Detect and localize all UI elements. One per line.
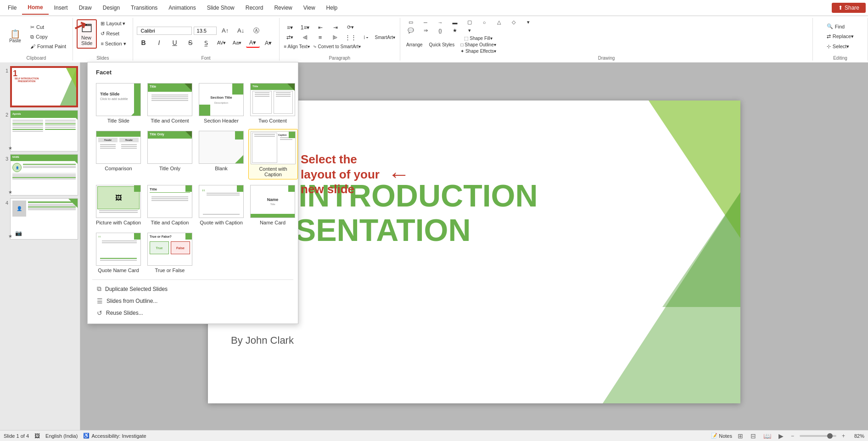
- shape-effects-button[interactable]: ✦ Shape Effects▾: [459, 48, 498, 54]
- slide-2-thumb[interactable]: Agenda: [10, 110, 78, 151]
- layout-quote-name-card[interactable]: " Quote Name Card: [94, 231, 143, 275]
- zoom-slider[interactable]: [800, 435, 836, 437]
- select-shape-button[interactable]: ▭: [404, 19, 418, 26]
- rect-button[interactable]: ▬: [448, 19, 462, 26]
- slide-1-thumb[interactable]: 1 SELF INTRODUCTIONPRESENTATION: [10, 66, 78, 107]
- layout-title-content[interactable]: Title Title and Content: [146, 81, 194, 125]
- layout-two-content[interactable]: Title Two Content: [248, 81, 297, 125]
- layout-content-caption[interactable]: Caption Content with Caption: [248, 129, 298, 179]
- slide-3-thumb[interactable]: NAME 👤: [10, 154, 78, 195]
- tab-design[interactable]: Design: [97, 1, 125, 15]
- tab-home[interactable]: Home: [22, 1, 48, 15]
- triangle-button[interactable]: △: [492, 19, 506, 26]
- slideshow-button[interactable]: ▶: [777, 431, 785, 441]
- paste-button[interactable]: 📋 Paste: [4, 28, 27, 45]
- diamond-button[interactable]: ◇: [507, 19, 521, 26]
- shadow-button[interactable]: S̲: [199, 39, 213, 47]
- notes-button[interactable]: 📝 Notes: [711, 433, 732, 439]
- align-center-button[interactable]: ≡: [314, 33, 327, 42]
- highlight-button[interactable]: A▾: [262, 39, 275, 47]
- smartart-button[interactable]: SmartArt▾: [374, 34, 396, 41]
- tab-review[interactable]: Review: [269, 1, 297, 15]
- tab-animations[interactable]: Animations: [163, 1, 201, 15]
- tab-record[interactable]: Record: [240, 1, 269, 15]
- decrease-indent-button[interactable]: ⇤: [314, 23, 327, 32]
- zoom-in-button[interactable]: +: [840, 432, 847, 440]
- bullets-button[interactable]: ≡▾: [283, 23, 297, 32]
- normal-view-button[interactable]: ⊞: [736, 431, 745, 441]
- section-button[interactable]: ≡ Section ▾: [98, 39, 129, 48]
- change-case-button[interactable]: Aa▾: [230, 39, 244, 47]
- duplicate-slides-item[interactable]: ⧉ Duplicate Selected Slides: [92, 283, 293, 295]
- cut-button[interactable]: ✂ Cut: [28, 23, 69, 32]
- slide-4-thumb[interactable]: 👤 📷: [10, 198, 78, 240]
- strikethrough-button[interactable]: S: [184, 38, 197, 47]
- oval-button[interactable]: ○: [477, 19, 491, 26]
- format-paint-button[interactable]: 🖌 Format Paint: [28, 42, 69, 50]
- bold-button[interactable]: B: [137, 38, 151, 47]
- layout-true-false[interactable]: True or False? True False True or False: [146, 231, 194, 275]
- tab-transitions[interactable]: Transitions: [125, 1, 163, 15]
- reset-button[interactable]: ↺ Reset: [98, 29, 129, 38]
- callout-button[interactable]: 💬: [404, 27, 418, 34]
- zoom-out-button[interactable]: −: [789, 432, 796, 440]
- arrange-button[interactable]: Arrange: [404, 41, 425, 48]
- font-size-decrease-button[interactable]: A↓: [234, 26, 248, 35]
- layout-title-caption[interactable]: Title Title and Caption: [146, 183, 194, 227]
- zoom-handle[interactable]: [827, 433, 833, 439]
- layout-blank[interactable]: Blank: [197, 129, 246, 179]
- increase-indent-button[interactable]: ⇥: [329, 23, 342, 32]
- slide-sorter-button[interactable]: ⊟: [749, 431, 758, 441]
- numbering-button[interactable]: 1≡▾: [298, 23, 312, 32]
- find-button[interactable]: 🔍 Find: [824, 22, 857, 31]
- layout-picture-caption[interactable]: 🖼 Picture with Caption: [94, 183, 143, 227]
- share-button[interactable]: ⬆ Share: [832, 3, 866, 13]
- block-arrow-button[interactable]: ⇒: [419, 27, 432, 34]
- justify-button[interactable]: ⋮⋮: [344, 33, 358, 42]
- layout-comparison[interactable]: Header Header Comparison: [94, 129, 143, 179]
- text-direction-main-button[interactable]: ⇄▾: [283, 33, 297, 41]
- tab-help[interactable]: Help: [321, 1, 343, 15]
- font-size-dropdown[interactable]: 13.5: [194, 27, 217, 35]
- align-right-button[interactable]: ⫸: [329, 33, 342, 42]
- underline-button[interactable]: U: [168, 38, 182, 47]
- select-button[interactable]: ⊹ Select▾: [824, 42, 857, 51]
- more-shapes2-button[interactable]: ▾: [463, 27, 476, 34]
- layout-name-card[interactable]: Name Title Name Card: [248, 183, 297, 227]
- align-left-button[interactable]: ⫷: [298, 33, 312, 42]
- arrow-button[interactable]: →: [433, 19, 447, 26]
- text-direction-button[interactable]: ⟳▾: [344, 23, 358, 31]
- layout-quote-caption[interactable]: " Quote with Caption: [197, 183, 246, 227]
- layout-button[interactable]: ⊞ Layout ▾: [98, 19, 129, 28]
- zoom-level[interactable]: 82%: [851, 433, 864, 439]
- font-color-button[interactable]: A▾: [246, 38, 260, 48]
- layout-title-only[interactable]: Title Only Title Only: [146, 129, 194, 179]
- rounded-rect-button[interactable]: ▢: [463, 19, 476, 26]
- tab-draw[interactable]: Draw: [73, 1, 97, 15]
- equation-button[interactable]: {}: [433, 28, 447, 34]
- star-button[interactable]: ★: [448, 27, 462, 34]
- copy-button[interactable]: ⧉ Copy: [28, 33, 69, 41]
- italic-button[interactable]: I: [152, 38, 166, 47]
- reuse-slides-item[interactable]: ↺ Reuse Slides...: [92, 307, 293, 319]
- slides-from-outline-item[interactable]: ☰ Slides from Outline...: [92, 295, 293, 307]
- replace-button[interactable]: ⇄ Replace▾: [824, 32, 857, 41]
- clear-format-button[interactable]: Ⓐ: [250, 26, 263, 36]
- layout-section-header[interactable]: Section Title Description Section Header: [197, 81, 246, 125]
- columns-button[interactable]: ⫶▾: [359, 33, 373, 41]
- layout-title-slide[interactable]: Title Slide Click to add subtitle Title …: [94, 81, 143, 125]
- shape-fill-button[interactable]: ⬚ Shape Fill▾: [459, 35, 498, 41]
- quick-styles-button[interactable]: Quick Styles: [427, 41, 457, 48]
- shape-outline-button[interactable]: □ Shape Outline▾: [459, 42, 498, 48]
- convert-smartart-button[interactable]: ⤷ Convert to SmartArt▾: [312, 43, 362, 50]
- line-button[interactable]: ─: [419, 19, 432, 26]
- more-shapes-button[interactable]: ▾: [521, 19, 535, 26]
- font-size-increase-button[interactable]: A↑: [218, 26, 232, 35]
- font-family-dropdown[interactable]: Calibri: [137, 27, 192, 35]
- tab-insert[interactable]: Insert: [49, 1, 73, 15]
- tab-slideshow[interactable]: Slide Show: [202, 1, 240, 15]
- tab-file[interactable]: File: [2, 1, 22, 15]
- align-text-button[interactable]: ≡ Align Text▾: [283, 43, 311, 50]
- tab-view[interactable]: View: [298, 1, 321, 15]
- reading-view-button[interactable]: 📖: [762, 431, 773, 441]
